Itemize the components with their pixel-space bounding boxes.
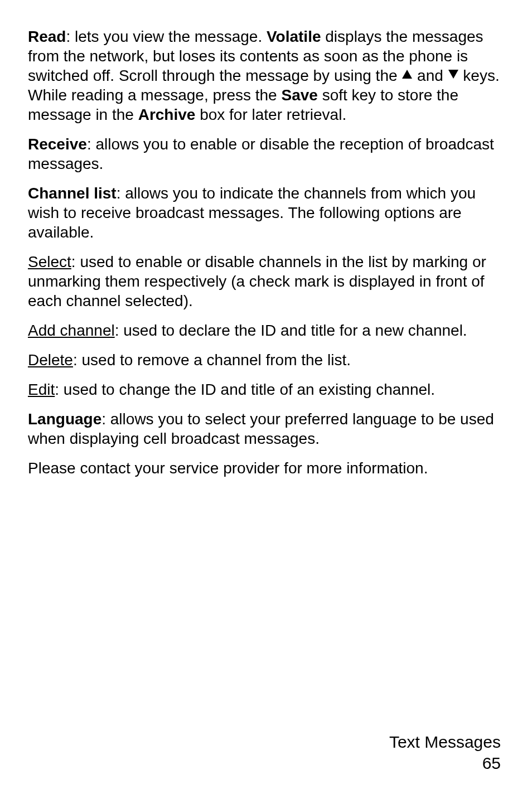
option-add-channel: Add channel — [28, 322, 115, 339]
paragraph-language: Language: allows you to select your pref… — [28, 409, 504, 448]
term-archive: Archive — [138, 106, 196, 123]
paragraph-contact: Please contact your service provider for… — [28, 458, 504, 478]
term-receive: Receive — [28, 135, 87, 153]
text: box for later retrieval. — [195, 106, 346, 123]
text: : allows you to enable or disable the re… — [28, 135, 494, 172]
term-read: Read — [28, 28, 66, 45]
paragraph-receive: Receive: allows you to enable or disable… — [28, 134, 504, 173]
up-arrow-icon — [402, 64, 413, 84]
page-footer: Text Messages 65 — [389, 732, 501, 773]
term-language: Language — [28, 410, 101, 428]
text: Please contact your service provider for… — [28, 459, 428, 477]
option-edit: Edit — [28, 381, 55, 398]
text: : used to declare the ID and title for a… — [115, 322, 467, 339]
footer-page-number: 65 — [389, 753, 501, 774]
document-page: Read: lets you view the message. Volatil… — [0, 0, 532, 799]
paragraph-edit: Edit: used to change the ID and title of… — [28, 380, 504, 399]
paragraph-read: Read: lets you view the message. Volatil… — [28, 27, 504, 124]
paragraph-delete: Delete: used to remove a channel from th… — [28, 350, 504, 370]
svg-marker-1 — [448, 70, 458, 79]
paragraph-channel-list: Channel list: allows you to indicate the… — [28, 183, 504, 242]
option-delete: Delete — [28, 351, 73, 369]
option-select: Select — [28, 253, 71, 270]
term-save: Save — [281, 86, 317, 104]
footer-section-title: Text Messages — [389, 732, 501, 753]
text: : used to enable or disable channels in … — [28, 253, 486, 309]
svg-marker-0 — [402, 70, 412, 79]
text: : used to remove a channel from the list… — [73, 351, 351, 369]
text: and — [413, 67, 447, 84]
text: : used to change the ID and title of an … — [55, 381, 435, 398]
down-arrow-icon — [448, 64, 459, 84]
term-volatile: Volatile — [267, 28, 321, 45]
term-channel-list: Channel list — [28, 185, 117, 202]
paragraph-add-channel: Add channel: used to declare the ID and … — [28, 321, 504, 340]
text: : lets you view the message. — [66, 28, 267, 45]
paragraph-select: Select: used to enable or disable channe… — [28, 252, 504, 311]
